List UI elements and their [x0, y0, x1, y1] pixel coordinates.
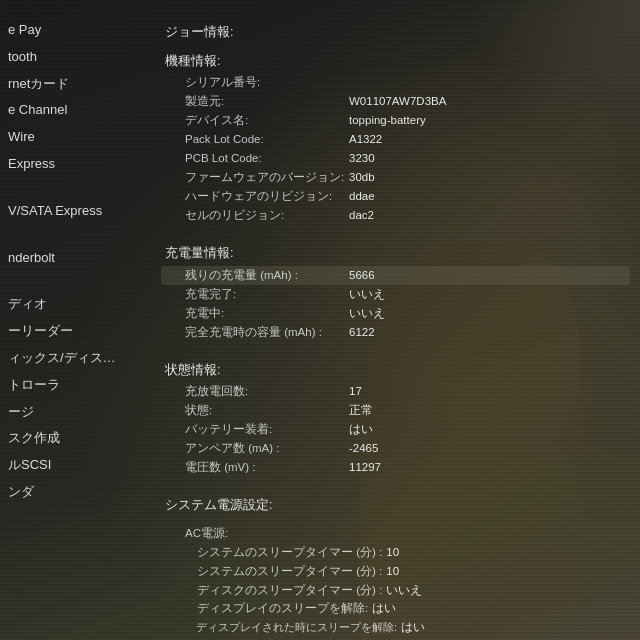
row-voltage: 電圧数 (mV) : 11297: [165, 458, 630, 477]
row-battery-installed: バッテリー装着: はい: [165, 420, 630, 439]
left-item-express[interactable]: Express: [8, 154, 152, 175]
value-cell-rev: dac2: [349, 206, 374, 225]
label-amperage: アンペア数 (mA) :: [185, 439, 345, 458]
value-display-wake-on-activity: はい: [401, 618, 425, 637]
section-header-device: 機種情報:: [165, 51, 630, 72]
screen: e Pay tooth rnetカード e Channel Wire Expre…: [0, 0, 640, 640]
left-panel: e Pay tooth rnetカード e Channel Wire Expre…: [0, 0, 160, 640]
value-manufacturer: W01107AW7D3BA: [349, 92, 446, 111]
label-display-wake-on-activity: ディスプレイされた時にスリープを解除:: [185, 618, 397, 636]
value-firmware: 30db: [349, 168, 375, 187]
left-item-reader[interactable]: ーリーダー: [8, 321, 152, 342]
row-manufacturer: 製造元: W01107AW7D3BA: [165, 92, 630, 111]
label-full-charge-capacity: 完全充電時の容量 (mAh) :: [185, 323, 345, 342]
main-panel: ジョー情報: 機種情報: シリアル番号: 製造元: W01107AW7D3BA …: [155, 0, 640, 640]
value-charge-complete: いいえ: [349, 285, 385, 304]
value-voltage: 11297: [349, 458, 381, 477]
left-item-sata[interactable]: V/SATA Express: [8, 201, 152, 222]
row-cell-rev: セルのリビジョン: dac2: [165, 206, 630, 225]
value-amperage: -2465: [349, 439, 378, 458]
left-item-thunderbolt[interactable]: nderbolt: [8, 248, 152, 269]
section-header-status: 状態情報:: [165, 360, 630, 381]
label-ac-power: AC電源:: [185, 524, 345, 543]
row-display-wake-on-activity: ディスプレイされた時にスリープを解除: はい: [165, 618, 630, 637]
row-system-sleep-1: システムのスリープタイマー (分) : 10: [165, 543, 630, 562]
label-hardware-rev: ハードウェアのリビジョン:: [185, 187, 345, 206]
row-firmware: ファームウェアのバージョン: 30db: [165, 168, 630, 187]
label-disk-sleep: ディスクのスリープタイマー (分) :: [185, 581, 382, 600]
row-device-name: デバイス名: topping-battery: [165, 111, 630, 130]
left-item-other[interactable]: ンダ: [8, 482, 152, 503]
left-item-network[interactable]: rnetカード: [8, 74, 152, 95]
row-cycle-count: 充放電回数: 17: [165, 382, 630, 401]
value-remaining-charge: 5666: [349, 266, 375, 285]
row-ac-power: AC電源:: [165, 524, 630, 543]
label-serial: シリアル番号:: [185, 73, 345, 92]
left-item-audio[interactable]: ディオ: [8, 294, 152, 315]
label-display-wake: ディスプレイのスリープを解除:: [185, 599, 368, 618]
value-display-wake: はい: [372, 599, 396, 618]
row-pcb-lot: PCB Lot Code: 3230: [165, 149, 630, 168]
label-device-name: デバイス名:: [185, 111, 345, 130]
left-item-disk[interactable]: スク作成: [8, 428, 152, 449]
value-disk-sleep: いいえ: [386, 581, 422, 600]
value-condition: 正常: [349, 401, 373, 420]
label-pack-lot: Pack Lot Code:: [185, 130, 345, 149]
value-hardware-rev: ddae: [349, 187, 375, 206]
section-header-power: システム電源設定:: [165, 495, 630, 516]
left-item-controller[interactable]: トローラ: [8, 375, 152, 396]
label-system-sleep-1: システムのスリープタイマー (分) :: [185, 543, 382, 562]
label-charging: 充電中:: [185, 304, 345, 323]
left-item-graphics[interactable]: ィックス/ディス…: [8, 348, 152, 369]
row-full-charge-capacity: 完全充電時の容量 (mAh) : 6122: [165, 323, 630, 342]
value-pack-lot: A1322: [349, 130, 382, 149]
label-cycle-count: 充放電回数:: [185, 382, 345, 401]
label-cell-rev: セルのリビジョン:: [185, 206, 345, 225]
row-charge-complete: 充電完了: いいえ: [165, 285, 630, 304]
value-battery-installed: はい: [349, 420, 373, 439]
row-display-wake: ディスプレイのスリープを解除: はい: [165, 599, 630, 618]
value-charging: いいえ: [349, 304, 385, 323]
left-item-channel[interactable]: e Channel: [8, 100, 152, 121]
row-remaining-charge: 残りの充電量 (mAh) : 5666: [161, 266, 630, 285]
left-item[interactable]: e Pay: [8, 20, 152, 41]
label-system-sleep-2: システムのスリープタイマー (分) :: [185, 562, 382, 581]
label-charge-complete: 充電完了:: [185, 285, 345, 304]
row-pack-lot: Pack Lot Code: A1322: [165, 130, 630, 149]
row-system-sleep-2: システムのスリープタイマー (分) : 10: [165, 562, 630, 581]
value-system-sleep-2: 10: [386, 562, 399, 581]
value-pcb-lot: 3230: [349, 149, 375, 168]
top-section-header: ジョー情報:: [165, 22, 630, 43]
left-item-scsi[interactable]: ルSCSI: [8, 455, 152, 476]
row-condition: 状態: 正常: [165, 401, 630, 420]
label-battery-installed: バッテリー装着:: [185, 420, 345, 439]
row-serial: シリアル番号:: [165, 73, 630, 92]
value-system-sleep-1: 10: [386, 543, 399, 562]
section-header-charge: 充電量情報:: [165, 243, 630, 264]
left-item-storage[interactable]: ージ: [8, 402, 152, 423]
label-condition: 状態:: [185, 401, 345, 420]
row-amperage: アンペア数 (mA) : -2465: [165, 439, 630, 458]
value-device-name: topping-battery: [349, 111, 426, 130]
label-firmware: ファームウェアのバージョン:: [185, 168, 345, 187]
label-voltage: 電圧数 (mV) :: [185, 458, 345, 477]
label-manufacturer: 製造元:: [185, 92, 345, 111]
row-disk-sleep: ディスクのスリープタイマー (分) : いいえ: [165, 581, 630, 600]
label-remaining-charge: 残りの充電量 (mAh) :: [185, 266, 345, 285]
row-hardware-rev: ハードウェアのリビジョン: ddae: [165, 187, 630, 206]
left-item-wire[interactable]: Wire: [8, 127, 152, 148]
value-full-charge-capacity: 6122: [349, 323, 375, 342]
label-pcb-lot: PCB Lot Code:: [185, 149, 345, 168]
left-item-tooth[interactable]: tooth: [8, 47, 152, 68]
value-cycle-count: 17: [349, 382, 362, 401]
row-charging: 充電中: いいえ: [165, 304, 630, 323]
